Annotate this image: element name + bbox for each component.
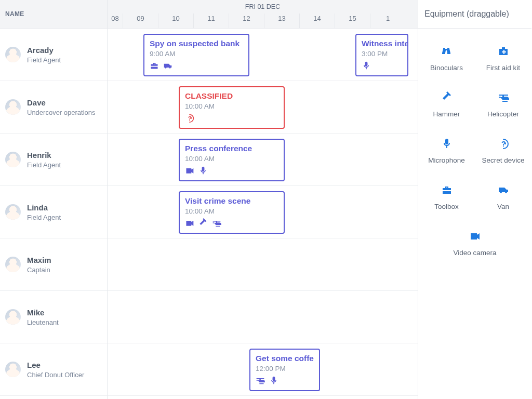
equipment-hammer[interactable]: Hammer [418,78,475,124]
event-time: 10:00 AM [185,207,278,215]
microphone-icon [198,166,208,177]
resource-name: Maxim [27,256,51,265]
equipment-label: Toolbox [421,203,472,210]
secret-icon [185,113,194,125]
camera-icon [421,228,528,244]
event-title: Spy on suspected bank [150,39,243,48]
equipment-label: Microphone [421,156,472,164]
timeline[interactable]: FRI 01 DEC 08091011121314151 Spy on susp… [108,0,418,399]
equipment-title: Equipment (draggable) [424,9,509,19]
avatar [5,47,21,62]
event-equipment [185,218,278,230]
event-title: Press conference [185,144,278,153]
resource-name: Arcady [27,46,61,55]
resource-row-dave[interactable]: Dave Undercover operations [0,81,107,134]
toolbox-icon [150,61,159,72]
equipment-firstaid[interactable]: First aid kit [475,32,531,78]
equipment-label: First aid kit [478,64,528,72]
avatar [5,152,21,167]
timeline-row[interactable]: Get some coffe 12:00 PM [108,343,418,396]
helicopter-icon [256,376,265,387]
hammer-icon [198,218,208,230]
event-title: Get some coffe [256,354,314,363]
timeline-row[interactable]: Press conference 10:00 AM [108,134,418,186]
timeline-row[interactable] [108,291,418,343]
hour-12: 12 [229,14,264,29]
timeline-row[interactable]: CLASSIFIED 10:00 AM [108,81,418,134]
resource-role: Chief Donut Officer [27,371,84,379]
helicopter-icon [478,89,528,105]
firstaid-icon [478,43,528,59]
event-title: CLASSIFIED [185,91,278,101]
equipment-label: Binoculars [421,64,472,72]
equipment-label: Van [478,203,528,210]
hammer-icon [421,89,472,105]
resource-row-lee[interactable]: Lee Chief Donut Officer [0,343,107,396]
event-card[interactable]: CLASSIFIED 10:00 AM [179,86,285,129]
equipment-van[interactable]: Van [475,170,531,217]
hour-11: 11 [193,14,229,29]
hour-13: 13 [264,14,299,29]
resource-name: Dave [27,98,96,108]
event-time: 10:00 AM [185,155,278,163]
hour-14: 14 [299,14,335,29]
resource-row-linda[interactable]: Linda Field Agent [0,186,107,238]
avatar [5,362,21,377]
equipment-toolbox[interactable]: Toolbox [418,170,475,217]
resource-role: Captain [27,266,51,274]
van-icon [478,182,528,197]
name-column-header: NAME [0,0,107,29]
equipment-label: Hammer [421,110,472,118]
event-time: 9:00 AM [150,50,243,58]
toolbox-icon [421,182,472,197]
equipment-microphone[interactable]: Microphone [418,124,475,170]
secret-icon [478,136,528,151]
event-time: 10:00 AM [185,102,278,110]
event-equipment [185,113,278,125]
event-equipment [256,376,314,387]
day-header: FRI 01 DEC [108,0,418,14]
resource-name: Mike [27,308,59,317]
camera-icon [185,166,194,177]
equipment-binoculars[interactable]: Binoculars [418,32,475,78]
microphone-icon [362,61,371,72]
resource-column: NAME Arcady Field Agent Dave Undercover … [0,0,108,399]
timeline-row[interactable]: Spy on suspected bank 9:00 AM Witness in… [108,29,418,81]
avatar [5,99,21,115]
equipment-camera[interactable]: Video camera [418,217,531,263]
resource-row-henrik[interactable]: Henrik Field Agent [0,134,107,186]
hour-10: 10 [158,14,193,29]
hour-09: 09 [123,14,158,29]
timeline-row[interactable] [108,238,418,291]
equipment-label: Video camera [421,249,528,257]
event-card[interactable]: Visit crime scene 10:00 AM [179,191,285,234]
avatar [5,309,21,325]
equipment-label: Secret device [478,156,528,164]
timeline-row[interactable]: Visit crime scene 10:00 AM [108,186,418,238]
event-title: Visit crime scene [185,196,278,206]
resource-row-arcady[interactable]: Arcady Field Agent [0,29,107,81]
resource-row-maxim[interactable]: Maxim Captain [0,238,107,291]
event-equipment [150,61,243,72]
helicopter-icon [212,218,221,230]
avatar [5,204,21,220]
event-time: 12:00 PM [256,365,314,373]
equipment-header: Equipment (draggable) [418,0,531,29]
event-card[interactable]: Get some coffe 12:00 PM [249,349,320,391]
resource-role: Field Agent [27,214,61,221]
event-title: Witness inte [362,39,402,48]
resource-name: Linda [27,203,61,212]
event-time: 3:00 PM [362,50,402,58]
microphone-icon [421,136,472,151]
equipment-secret[interactable]: Secret device [475,124,531,170]
equipment-helicopter[interactable]: Helicopter [475,78,531,124]
event-card[interactable]: Spy on suspected bank 9:00 AM [143,34,249,76]
equipment-panel: Equipment (draggable) Binoculars First a… [418,0,531,399]
timeline-header: FRI 01 DEC 08091011121314151 [108,0,418,29]
resource-name: Lee [27,361,84,370]
resource-row-mike[interactable]: Mike Lieutenant [0,291,107,343]
name-column-label: NAME [5,10,24,18]
event-card[interactable]: Press conference 10:00 AM [179,139,285,181]
event-card[interactable]: Witness inte 3:00 PM [355,34,408,76]
camera-icon [185,218,194,230]
